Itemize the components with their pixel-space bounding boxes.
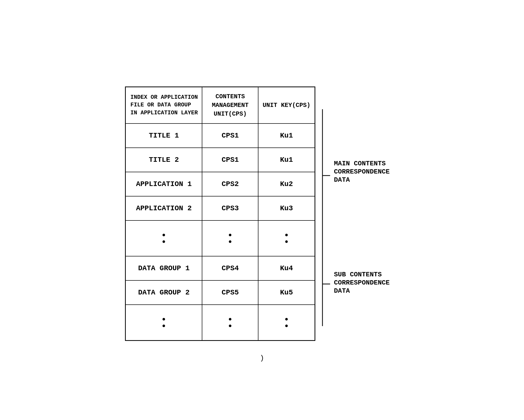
main-bracket-path (322, 109, 330, 242)
table-row-dots (126, 305, 315, 340)
main-bracket-label3: DATA (334, 176, 350, 184)
main-bracket-label2: CORRESPONDENCE (334, 168, 390, 176)
cell-app1-col1: APPLICATION 1 (126, 172, 202, 196)
cell-title2-col2: CPS1 (202, 148, 258, 172)
cell-dots2-col1 (126, 305, 202, 340)
dot (163, 325, 165, 327)
footer-text: ) (260, 354, 264, 362)
cell-title1-col3: Ku1 (258, 123, 315, 148)
header-col3: UNIT KEY(CPS) (258, 87, 315, 123)
table-row: APPLICATION 2 CPS3 Ku3 (126, 196, 315, 220)
dot (285, 325, 288, 327)
cell-title1-col2: CPS1 (202, 123, 258, 148)
dots-content (265, 318, 308, 327)
dot (229, 234, 231, 236)
dot (163, 234, 165, 236)
cell-dots1-col1 (126, 220, 202, 256)
sub-bracket-path (322, 242, 330, 326)
dots-content (132, 234, 196, 243)
table-and-brackets: INDEX OR APPLICATIONFILE OR DATA GROUPIN… (125, 79, 399, 349)
dot (285, 234, 288, 236)
content-wrapper: INDEX OR APPLICATIONFILE OR DATA GROUPIN… (125, 79, 399, 362)
header-col2: CONTENTSMANAGEMENTUNIT(CPS) (202, 87, 258, 123)
dots-content (265, 234, 308, 243)
table-row: TITLE 2 CPS1 Ku1 (126, 148, 315, 172)
dot (285, 240, 288, 243)
brackets-container: MAIN CONTENTS CORRESPONDENCE DATA SUB CO… (317, 79, 399, 349)
dots-content (208, 318, 252, 327)
cell-app1-col2: CPS2 (202, 172, 258, 196)
cell-title1-col1: TITLE 1 (126, 123, 202, 148)
dots-content (208, 234, 252, 243)
table-row: TITLE 1 CPS1 Ku1 (126, 123, 315, 148)
table-header-row: INDEX OR APPLICATIONFILE OR DATA GROUPIN… (126, 87, 315, 123)
sub-bracket-label1: SUB CONTENTS (334, 271, 382, 278)
cell-dg1-col2: CPS4 (202, 256, 258, 280)
main-table: INDEX OR APPLICATIONFILE OR DATA GROUPIN… (125, 87, 315, 341)
table-row: APPLICATION 1 CPS2 Ku2 (126, 172, 315, 196)
sub-bracket-label2: CORRESPONDENCE (334, 279, 390, 287)
dot (163, 240, 165, 243)
footer: ) (260, 354, 264, 362)
page-container: INDEX OR APPLICATIONFILE OR DATA GROUPIN… (10, 10, 514, 420)
dot (229, 325, 231, 327)
cell-dg2-col2: CPS5 (202, 280, 258, 305)
cell-dg2-col1: DATA GROUP 2 (126, 280, 202, 305)
cell-title2-col1: TITLE 2 (126, 148, 202, 172)
cell-app1-col3: Ku2 (258, 172, 315, 196)
cell-app2-col1: APPLICATION 2 (126, 196, 202, 220)
cell-dg1-col1: DATA GROUP 1 (126, 256, 202, 280)
sub-bracket-label3: DATA (334, 287, 350, 295)
cell-app2-col2: CPS3 (202, 196, 258, 220)
cell-dg1-col3: Ku4 (258, 256, 315, 280)
header-col1: INDEX OR APPLICATIONFILE OR DATA GROUPIN… (126, 87, 202, 123)
cell-dots1-col3 (258, 220, 315, 256)
cell-app2-col3: Ku3 (258, 196, 315, 220)
dots-content (132, 318, 196, 327)
cell-dots2-col2 (202, 305, 258, 340)
table-row: DATA GROUP 1 CPS4 Ku4 (126, 256, 315, 280)
cell-title2-col3: Ku1 (258, 148, 315, 172)
dot (229, 240, 231, 243)
table-row-dots (126, 220, 315, 256)
cell-dg2-col3: Ku5 (258, 280, 315, 305)
table-row: DATA GROUP 2 CPS5 Ku5 (126, 280, 315, 305)
cell-dots2-col3 (258, 305, 315, 340)
dot (229, 318, 231, 320)
dot (163, 318, 165, 320)
brackets-svg: MAIN CONTENTS CORRESPONDENCE DATA SUB CO… (317, 79, 399, 349)
cell-dots1-col2 (202, 220, 258, 256)
main-bracket-label1: MAIN CONTENTS (334, 160, 386, 167)
dot (285, 318, 288, 320)
